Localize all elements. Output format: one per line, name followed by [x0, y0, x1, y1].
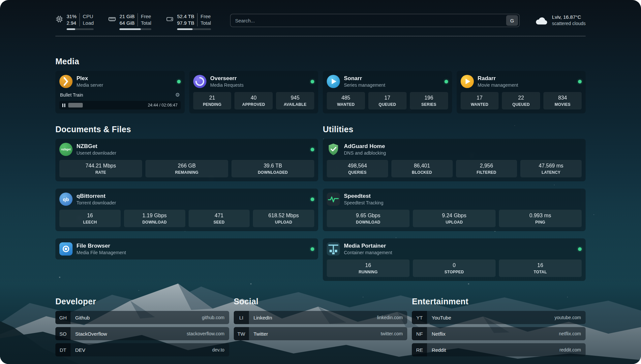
stat-value: 39.6 TB: [233, 163, 313, 169]
bookmark-url: youtube.com: [555, 315, 586, 320]
bookmark-netflix[interactable]: NF Netflix netflix.com: [412, 327, 586, 340]
header-divider: [55, 36, 586, 36]
bookmark-linkedin[interactable]: LI LinkedIn linkedin.com: [234, 311, 408, 324]
bookmark-url: reddit.com: [560, 347, 586, 352]
service-title: Media Portainer: [344, 242, 392, 249]
stat-value: 9.24 Gbps: [414, 213, 494, 219]
status-dot: [311, 148, 314, 151]
stat-value: 266 GB: [147, 163, 227, 169]
stat-tile: 834 MOVIES: [543, 92, 582, 109]
service-card-adguard[interactable]: AdGuard Home DNS and adblocking 498,564 …: [323, 139, 586, 181]
stat-label: TOTAL: [500, 270, 580, 274]
bookmark-twitter[interactable]: TW Twitter twitter.com: [234, 327, 408, 340]
stat-label: DOWNLOADED: [233, 170, 313, 175]
section-heading-documents: Documents & Files: [55, 125, 318, 134]
stat-tile: 945 AVAILABLE: [276, 92, 314, 109]
service-card-speedtest[interactable]: Speedtest Speedtest Tracking 9.65 Gbps D…: [323, 189, 586, 231]
stat-tile: 16 TOTAL: [499, 259, 582, 277]
stat-label: APPROVED: [236, 102, 271, 107]
stat-value: 17: [462, 95, 498, 101]
memory-total-label: Total: [141, 20, 151, 26]
bookmark-abbr: YT: [412, 311, 427, 324]
bookmark-name: Reddit: [427, 347, 559, 353]
disk-free-value: 52.4 TB: [177, 13, 194, 20]
search-input[interactable]: [235, 18, 506, 23]
stat-tile: 744.21 Mbps RATE: [59, 160, 142, 177]
stat-tile: 86,401 BLOCKED: [391, 160, 453, 177]
service-card-plex[interactable]: Plex Media server Bullet Train ⚙: [55, 71, 185, 113]
status-dot: [444, 80, 448, 83]
stat-label: STOPPED: [414, 270, 494, 274]
section-utilities: Utilities: [323, 125, 586, 281]
service-subtitle: Torrent downloader: [76, 200, 116, 206]
bookmark-url: github.com: [202, 315, 229, 320]
memory-progress-bar: [119, 28, 151, 30]
service-card-overseerr[interactable]: Overseerr Media Requests 21 PENDING 40 A…: [189, 71, 319, 113]
bookmark-dev[interactable]: DT DEV dev.to: [55, 343, 229, 356]
bookmark-name: Twitter: [249, 331, 381, 337]
service-subtitle: Media server: [76, 82, 103, 88]
service-subtitle: Container management: [344, 250, 392, 256]
bookmarks-entertainment: Entertainment YT YouTube youtube.com NF …: [412, 297, 586, 356]
disk-total-label: Total: [200, 20, 211, 26]
stat-label: QUERIES: [328, 170, 387, 175]
status-dot: [177, 80, 181, 83]
portainer-icon: [327, 242, 340, 256]
service-subtitle: Media File Management: [76, 250, 126, 256]
pause-icon[interactable]: [62, 104, 65, 107]
search-provider-button[interactable]: G: [506, 15, 518, 26]
section-heading-entertainment: Entertainment: [412, 297, 586, 306]
cpu-monitor: 31% 2.94 CPU Load: [55, 13, 94, 30]
bookmark-reddit[interactable]: RE Reddit reddit.com: [412, 343, 586, 356]
stat-tile: 485 WANTED: [327, 92, 365, 109]
service-card-radarr[interactable]: Radarr Movie management 17 WANTED 22 QUE…: [457, 71, 586, 113]
section-media: Media Plex Media server: [55, 57, 586, 113]
stat-label: QUEUED: [503, 102, 539, 107]
stat-label: SEED: [190, 220, 249, 225]
service-card-portainer[interactable]: Media Portainer Container management 16 …: [323, 238, 586, 281]
service-title: Plex: [76, 75, 103, 82]
service-title: qBittorrent: [76, 193, 116, 199]
stat-label: LATENCY: [522, 170, 580, 175]
stat-tile: 39.6 TB DOWNLOADED: [231, 160, 314, 177]
stat-value: 196: [411, 95, 447, 101]
cpu-load-label: Load: [83, 20, 94, 26]
service-card-nzbget[interactable]: nzbget NZBGet Usenet downloader 744.21 M…: [55, 139, 318, 181]
stat-value: 2,956: [457, 163, 516, 169]
service-subtitle: Movie management: [478, 82, 518, 88]
playback-bar: 24:44 / 02:06:47: [59, 101, 181, 109]
bookmark-youtube[interactable]: YT YouTube youtube.com: [412, 311, 586, 324]
bookmark-github[interactable]: GH Github github.com: [55, 311, 229, 324]
service-card-qbittorrent[interactable]: qb qBittorrent Torrent downloader 16 LEE…: [55, 189, 318, 231]
disk-progress-bar: [177, 28, 211, 30]
bookmark-stackoverflow[interactable]: SO StackOverflow stackoverflow.com: [55, 327, 229, 340]
bookmark-abbr: DT: [55, 343, 71, 356]
stat-value: 1.19 Gbps: [125, 213, 184, 219]
disk-total-value: 97.9 TB: [177, 20, 194, 26]
service-title: Sonarr: [344, 75, 385, 82]
stat-label: RUNNING: [328, 270, 408, 274]
gear-icon[interactable]: ⚙: [175, 92, 180, 98]
service-card-filebrowser[interactable]: File Browser Media File Management: [55, 238, 318, 259]
bookmark-url: stackoverflow.com: [187, 331, 229, 336]
stat-value: 16: [328, 262, 408, 268]
stat-label: FILTERED: [457, 170, 516, 175]
status-dot: [311, 80, 314, 83]
bookmark-name: StackOverflow: [71, 331, 187, 337]
top-bar: 31% 2.94 CPU Load: [55, 0, 586, 30]
service-card-sonarr[interactable]: Sonarr Series management 485 WANTED 17 Q…: [323, 71, 452, 113]
bookmark-url: netflix.com: [559, 331, 586, 336]
memory-free-value: 21 GiB: [119, 13, 135, 20]
bookmark-abbr: LI: [234, 311, 249, 324]
disk-icon: [166, 15, 174, 23]
bookmarks-developer: Developer GH Github github.com SO StackO…: [55, 297, 229, 356]
bookmark-name: Netflix: [427, 331, 559, 337]
service-title: Overseerr: [210, 75, 244, 82]
nzbget-icon: nzbget: [59, 143, 73, 156]
snow-particles: [0, 0, 1, 1]
now-playing-title: Bullet Train: [60, 92, 83, 98]
bookmark-abbr: GH: [55, 311, 71, 324]
search-bar: G: [230, 14, 520, 27]
section-heading-utilities: Utilities: [323, 125, 586, 134]
radarr-icon: [461, 75, 474, 88]
